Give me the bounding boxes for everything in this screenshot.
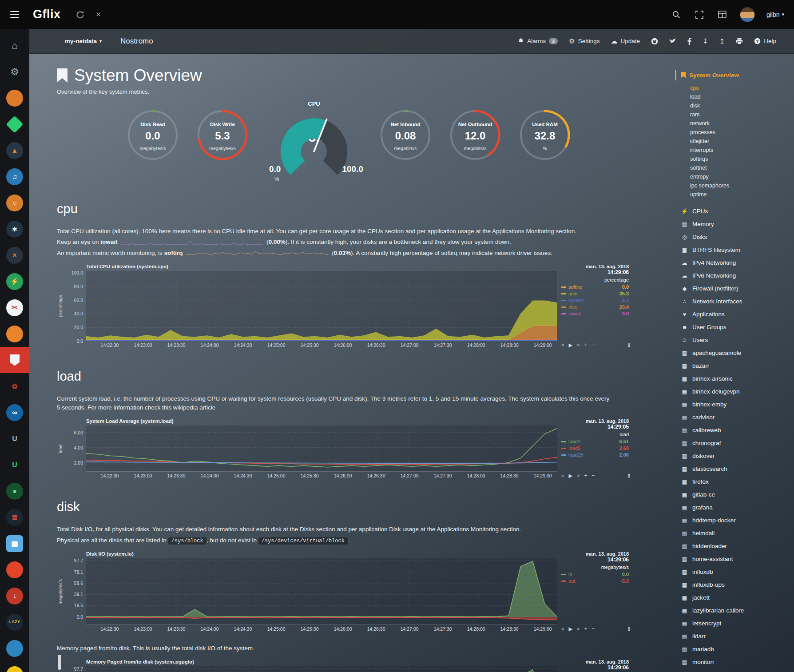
cpu-gauge[interactable]: CPU 58.0 0.0 100.0 %: [263, 100, 365, 181]
toc-container-cadvisor[interactable]: ▦cadvisor: [681, 411, 790, 424]
toc-container-lazylibrarian-calibre[interactable]: ▦lazylibrarian-calibre: [681, 604, 790, 617]
toc-section-users[interactable]: ☺Users: [681, 334, 790, 346]
legend-iowait[interactable]: iowait0.0: [561, 310, 629, 317]
toc-container-chronograf[interactable]: ▦chronograf: [681, 437, 790, 449]
legend-load15[interactable]: load152.06: [561, 452, 629, 458]
load-chart-resize-handle[interactable]: ⇕: [627, 473, 631, 479]
sidebar-app-overseerr[interactable]: ⚡: [0, 268, 29, 294]
apps-grid-icon[interactable]: [717, 9, 728, 20]
toc-section-btrfs-filesystem[interactable]: ▣BTRFS filesystem: [681, 243, 790, 256]
cpu-chart-resize-handle[interactable]: ⇕: [627, 342, 631, 349]
toc-container-influxdb-ups[interactable]: ▦influxdb-ups: [681, 578, 790, 591]
zoom-in-button[interactable]: +: [584, 342, 588, 348]
toc-container-binhex-delugevpn[interactable]: ▦binhex-delugevpn: [681, 385, 790, 398]
play-button[interactable]: ▶: [568, 342, 572, 348]
disk-read-gauge[interactable]: Disk Read 0.0 megabytes/s: [123, 107, 182, 173]
toc-container-hddtemp-docker[interactable]: ▦hddtemp-docker: [681, 514, 790, 527]
toc-section-ipv6-networking[interactable]: ☁IPv6 Networking: [681, 269, 790, 282]
play-button[interactable]: ▶: [568, 626, 572, 632]
sidebar-app-nextcloud[interactable]: ∞: [0, 399, 29, 425]
cpu-chart-plot[interactable]: [86, 271, 557, 341]
toc-container-jackett[interactable]: ▦jackett: [681, 591, 790, 604]
toc-section-memory[interactable]: ▦Memory: [681, 218, 790, 231]
toc-sub-cpu[interactable]: cpu: [690, 84, 790, 92]
net-outbound-gauge[interactable]: Net Outbound 12.0 megabits/s: [446, 107, 504, 173]
legend-nice[interactable]: nice20.4: [561, 304, 629, 310]
disk-chart-plot[interactable]: [86, 558, 557, 625]
help-button[interactable]: ? Help: [754, 38, 776, 44]
pan-left-button[interactable]: «: [561, 473, 564, 479]
zoom-out-button[interactable]: −: [592, 473, 595, 479]
toc-section-firewall-netfilter-[interactable]: ◆Firewall (netfilter): [681, 282, 790, 295]
sidebar-app-radarr[interactable]: ×: [0, 242, 29, 268]
sidebar-app-airsonic[interactable]: ♫: [0, 163, 29, 190]
facebook-link[interactable]: [687, 38, 691, 45]
pan-left-button[interactable]: «: [561, 342, 564, 348]
sidebar-app-flame-app[interactable]: [0, 321, 29, 347]
import-button[interactable]: ↧: [703, 37, 708, 45]
sidebar-app-ubooquity[interactable]: U: [0, 425, 29, 452]
sidebar-app-flower-app[interactable]: ✿: [0, 373, 29, 399]
zoom-out-button[interactable]: −: [592, 342, 595, 348]
toc-container-home-assistant[interactable]: ▦home-assistant: [681, 553, 790, 565]
hamburger-menu-icon[interactable]: [0, 11, 29, 18]
legend-load5[interactable]: load52.68: [561, 445, 629, 452]
sidebar-app-gitlab[interactable]: [0, 557, 29, 583]
toc-sub-network[interactable]: network: [690, 119, 790, 128]
toc-container-mariadb[interactable]: ▦mariadb: [681, 643, 790, 656]
sidebar-app-lazylibrarian[interactable]: LAZY: [0, 609, 29, 635]
memory-chart-plot[interactable]: [86, 666, 557, 672]
toc-container-diskover[interactable]: ▦diskover: [681, 449, 790, 462]
sidebar-app-sabnzbd[interactable]: sab: [0, 661, 29, 672]
user-menu[interactable]: gilbn ▾: [766, 11, 784, 18]
toc-sub-ipc-semaphores[interactable]: ipc semaphores: [690, 181, 790, 190]
toc-container-influxdb[interactable]: ▦influxdb: [681, 565, 790, 578]
toc-container-firefox[interactable]: ▦firefox: [681, 475, 790, 488]
legend-out[interactable]: out-5.3: [561, 578, 629, 585]
avatar[interactable]: [740, 7, 755, 22]
sidebar-app-settings[interactable]: ⚙: [0, 59, 29, 85]
toc-sub-ram[interactable]: ram: [690, 110, 790, 119]
pan-left-button[interactable]: «: [561, 626, 564, 632]
toc-container-bazarr[interactable]: ▦bazarr: [681, 359, 790, 372]
toc-sub-softirqs[interactable]: softirqs: [690, 155, 790, 163]
export-button[interactable]: ↥: [719, 37, 725, 45]
fullscreen-icon[interactable]: [694, 9, 705, 20]
toc-sub-load[interactable]: load: [690, 92, 790, 101]
toc-sub-idlejitter[interactable]: idlejitter: [690, 137, 790, 146]
play-button[interactable]: ▶: [568, 473, 572, 479]
toc-container-lidarr[interactable]: ▦lidarr: [681, 630, 790, 643]
zoom-in-button[interactable]: +: [584, 626, 588, 632]
twitter-link[interactable]: [669, 38, 676, 44]
disk-write-gauge[interactable]: Disk Write 5.3 megabytes/s: [193, 107, 252, 173]
iowait-sparkline[interactable]: [121, 239, 263, 246]
sidebar-app-tautulli[interactable]: ▲: [0, 137, 29, 163]
sidebar-app-green-app[interactable]: ●: [0, 478, 29, 504]
toc-container-gitlab-ce[interactable]: ▦gitlab-ce: [681, 488, 790, 501]
print-button[interactable]: [736, 38, 743, 44]
sidebar-app-ombi[interactable]: [0, 85, 29, 111]
toc-section-applications[interactable]: ♥Applications: [681, 308, 790, 321]
github-link[interactable]: [651, 38, 658, 45]
toc-container-monitorr[interactable]: ▦monitorr: [681, 656, 790, 668]
legend-load1[interactable]: load16.51: [561, 438, 629, 445]
sidebar-app-emby[interactable]: ∗: [0, 216, 29, 242]
toc-container-binhex-emby[interactable]: ▦binhex-emby: [681, 398, 790, 411]
sidebar-app-home[interactable]: ⌂: [0, 32, 29, 59]
settings-button[interactable]: ⚙ Settings: [569, 37, 599, 45]
toc-sub-interrupts[interactable]: interrupts: [690, 146, 790, 155]
toc-section-user-groups[interactable]: ☻User Groups: [681, 321, 790, 334]
sidebar-app-search-app[interactable]: ○: [0, 190, 29, 216]
toc-sub-uptime[interactable]: uptime: [690, 190, 790, 199]
legend-system[interactable]: system2.3: [561, 297, 629, 304]
toc-section-disks[interactable]: ◎Disks: [681, 231, 790, 243]
toc-container-binhex-airsonic[interactable]: ▦binhex-airsonic: [681, 372, 790, 385]
zoom-out-button[interactable]: −: [592, 626, 595, 632]
toc-container-apacheguacamole[interactable]: ▦apacheguacamole: [681, 346, 790, 359]
refresh-icon[interactable]: [74, 9, 86, 20]
my-netdata-menu[interactable]: my-netdata ▾: [65, 38, 102, 44]
toc-container-hiddenloader[interactable]: ▦hiddenloader: [681, 540, 790, 553]
toc-sub-entropy[interactable]: entropy: [690, 172, 790, 181]
sidebar-app-download-app[interactable]: ↓: [0, 583, 29, 609]
scrollbar-thumb[interactable]: [58, 655, 61, 670]
